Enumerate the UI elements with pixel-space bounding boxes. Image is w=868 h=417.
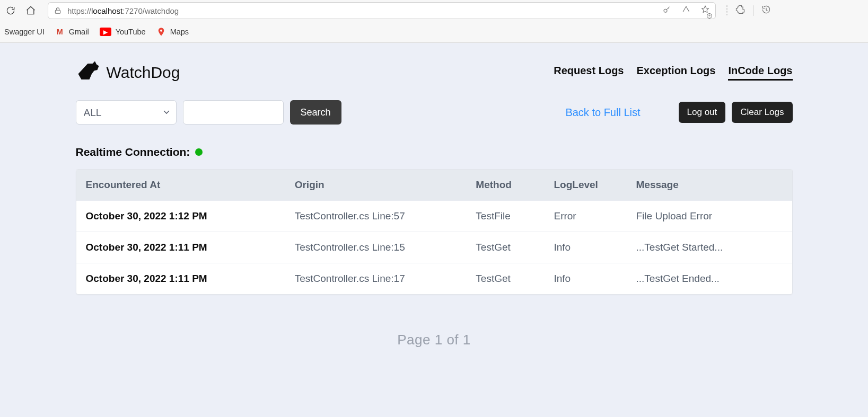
- cell-origin: TestController.cs Line:15: [295, 242, 476, 253]
- gmail-icon: M: [55, 27, 65, 37]
- col-loglevel: LogLevel: [554, 179, 636, 191]
- cell-origin: TestController.cs Line:57: [295, 210, 476, 222]
- cell-message: File Upload Error: [636, 210, 783, 222]
- controls-row: ALL Search Back to Full List Log out Cle…: [76, 100, 793, 125]
- app-logo: WatchDog: [76, 60, 180, 85]
- app-header: WatchDog Request Logs Exception Logs InC…: [76, 60, 793, 85]
- cell-origin: TestController.cs Line:17: [295, 273, 476, 285]
- logs-table: Encountered At Origin Method LogLevel Me…: [76, 169, 793, 295]
- table-header: Encountered At Origin Method LogLevel Me…: [76, 170, 792, 200]
- app-title: WatchDog: [107, 64, 180, 82]
- bookmarks-bar: Swagger UI M Gmail ▶ YouTube Maps: [0, 21, 868, 42]
- cell-message: ...TestGet Started...: [636, 242, 783, 253]
- browser-toolbar: https://localhost:7270/watchdog +: [0, 0, 868, 21]
- cell-loglevel: Info: [554, 273, 636, 285]
- bookmark-maps[interactable]: Maps: [156, 27, 189, 37]
- cell-method: TestGet: [476, 242, 554, 253]
- youtube-icon: ▶: [100, 28, 111, 36]
- refresh-icon[interactable]: [4, 4, 17, 17]
- col-origin: Origin: [295, 179, 476, 191]
- page-body: WatchDog Request Logs Exception Logs InC…: [0, 43, 868, 417]
- nav-tabs: Request Logs Exception Logs InCode Logs: [554, 65, 792, 81]
- col-message: Message: [636, 179, 783, 191]
- status-dot-icon: [195, 148, 203, 156]
- bookmark-label: Maps: [170, 28, 189, 36]
- url-text: https://localhost:7270/watchdog: [67, 6, 179, 15]
- url-port: :7270: [122, 6, 143, 15]
- address-bar[interactable]: https://localhost:7270/watchdog +: [48, 2, 716, 19]
- cell-loglevel: Info: [554, 242, 636, 253]
- cell-message: ...TestGet Ended...: [636, 273, 783, 285]
- url-path: /watchdog: [143, 6, 179, 15]
- search-button[interactable]: Search: [290, 100, 341, 125]
- col-encountered-at: Encountered At: [86, 179, 295, 191]
- divider: [753, 5, 753, 16]
- cell-encountered-at: October 30, 2022 1:11 PM: [86, 242, 295, 253]
- svg-point-2: [160, 30, 162, 32]
- history-icon[interactable]: [761, 4, 771, 17]
- search-input[interactable]: [183, 100, 284, 125]
- bookmark-gmail[interactable]: M Gmail: [55, 27, 89, 37]
- cell-method: TestFile: [476, 210, 554, 222]
- bookmark-label: Gmail: [69, 28, 89, 36]
- bookmark-label: YouTube: [116, 28, 146, 36]
- realtime-status: Realtime Connection:: [76, 146, 793, 158]
- maps-icon: [156, 27, 166, 37]
- back-to-full-list-link[interactable]: Back to Full List: [565, 107, 640, 119]
- favorites-icon[interactable]: +: [700, 5, 710, 16]
- tab-exception-logs[interactable]: Exception Logs: [636, 65, 715, 81]
- tab-request-logs[interactable]: Request Logs: [554, 65, 624, 81]
- app-tile-icon[interactable]: [726, 6, 727, 15]
- cell-encountered-at: October 30, 2022 1:12 PM: [86, 210, 295, 222]
- pager-text: Page 1 of 1: [76, 332, 793, 348]
- cell-method: TestGet: [476, 273, 554, 285]
- table-row[interactable]: October 30, 2022 1:11 PM TestController.…: [76, 263, 792, 294]
- browser-right-controls: [726, 4, 776, 17]
- bookmark-swagger[interactable]: Swagger UI: [4, 28, 45, 36]
- dog-icon: [76, 60, 101, 85]
- key-icon[interactable]: [662, 5, 672, 16]
- cell-encountered-at: October 30, 2022 1:11 PM: [86, 273, 295, 285]
- realtime-label: Realtime Connection:: [76, 146, 190, 158]
- bookmark-youtube[interactable]: ▶ YouTube: [100, 28, 146, 36]
- read-aloud-icon[interactable]: [681, 5, 691, 16]
- filter-select[interactable]: ALL: [76, 100, 177, 125]
- lock-icon: [54, 6, 62, 15]
- logout-button[interactable]: Log out: [679, 102, 726, 123]
- home-icon[interactable]: [24, 4, 37, 17]
- clear-logs-button[interactable]: Clear Logs: [732, 102, 792, 123]
- extensions-icon[interactable]: [735, 4, 746, 17]
- svg-rect-0: [55, 10, 60, 13]
- svg-point-1: [664, 9, 667, 12]
- col-method: Method: [476, 179, 554, 191]
- tab-incode-logs[interactable]: InCode Logs: [728, 65, 792, 81]
- url-scheme: https://: [67, 6, 91, 15]
- address-bar-actions: +: [662, 5, 710, 16]
- bookmark-label: Swagger UI: [4, 28, 45, 36]
- cell-loglevel: Error: [554, 210, 636, 222]
- url-host: localhost: [91, 6, 122, 15]
- table-row[interactable]: October 30, 2022 1:11 PM TestController.…: [76, 232, 792, 263]
- browser-chrome: https://localhost:7270/watchdog +: [0, 0, 868, 43]
- table-row[interactable]: October 30, 2022 1:12 PM TestController.…: [76, 200, 792, 232]
